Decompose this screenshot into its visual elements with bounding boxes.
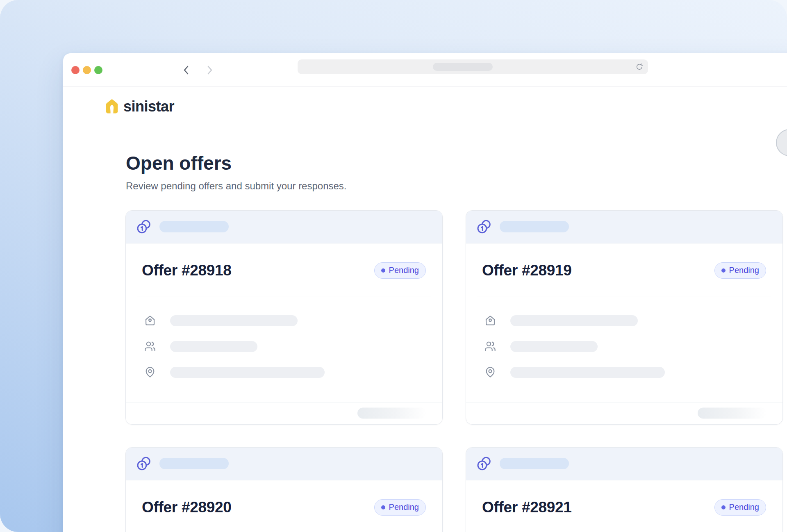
property-skeleton [170, 315, 298, 326]
house-icon [144, 315, 156, 326]
status-label: Pending [729, 266, 759, 275]
users-icon [144, 341, 156, 352]
offer-card-header [466, 211, 782, 243]
status-dot-icon [721, 505, 726, 509]
offer-card[interactable]: Offer #28918 Pending [125, 210, 443, 425]
minimize-window-button[interactable] [83, 66, 91, 74]
property-row [144, 308, 431, 334]
offer-card-body: Offer #28920 Pending [126, 498, 442, 532]
zoom-window-button[interactable] [94, 66, 102, 74]
chevron-right-icon [207, 65, 213, 75]
reload-icon [635, 63, 643, 71]
traffic-lights [71, 66, 102, 74]
offer-card-footer [466, 402, 782, 424]
brand-logo[interactable]: sinistar [106, 98, 174, 115]
back-button[interactable] [180, 64, 192, 76]
action-skeleton [698, 408, 767, 419]
reload-button[interactable] [634, 62, 644, 72]
brand-name: sinistar [123, 98, 174, 115]
coins-icon [477, 219, 491, 234]
guests-skeleton [510, 341, 598, 352]
offer-card-header [466, 448, 782, 480]
divider [477, 296, 771, 296]
address-placeholder-skeleton [433, 63, 493, 71]
browser-toolbar [63, 53, 787, 87]
divider [137, 296, 431, 296]
location-skeleton [170, 367, 325, 378]
status-badge: Pending [714, 262, 766, 279]
map-pin-icon [484, 366, 496, 378]
offer-card[interactable]: Offer #28921 Pending [466, 447, 783, 532]
offer-card-body: Offer #28919 Pending [466, 261, 782, 385]
offer-card[interactable]: Offer #28920 Pending [125, 447, 443, 532]
status-badge: Pending [374, 499, 426, 516]
coins-icon [477, 456, 491, 471]
action-skeleton [357, 408, 426, 419]
status-dot-icon [381, 268, 385, 273]
forward-button[interactable] [204, 64, 216, 76]
page-subtitle: Review pending offers and submit your re… [125, 180, 787, 192]
map-pin-icon [144, 366, 156, 378]
chevron-left-icon [183, 65, 189, 75]
amount-skeleton [159, 458, 229, 469]
property-row [484, 308, 771, 334]
property-skeleton [510, 315, 638, 326]
guests-skeleton [170, 341, 257, 352]
main-content: Open offers Review pending offers and su… [63, 152, 787, 532]
guests-row [484, 334, 771, 359]
guests-row [144, 334, 431, 359]
coins-icon [136, 219, 151, 234]
users-icon [484, 341, 496, 352]
offer-title: Offer #28919 [482, 262, 572, 279]
offer-title: Offer #28920 [142, 499, 232, 516]
status-label: Pending [729, 502, 759, 512]
address-bar[interactable] [298, 59, 648, 74]
coins-icon [136, 456, 151, 471]
status-badge: Pending [714, 499, 766, 516]
browser-window: sinistar Open offers Review pending offe… [63, 53, 787, 532]
status-badge: Pending [374, 262, 426, 279]
close-window-button[interactable] [71, 66, 80, 74]
amount-skeleton [159, 221, 229, 232]
status-label: Pending [389, 266, 419, 275]
offer-title: Offer #28921 [482, 499, 572, 516]
status-dot-icon [721, 268, 726, 273]
page-title: Open offers [125, 152, 787, 174]
amount-skeleton [500, 221, 569, 232]
offer-card-header [126, 211, 442, 243]
offer-card-footer [126, 402, 442, 424]
location-skeleton [510, 367, 665, 378]
offer-card[interactable]: Offer #28919 Pending [466, 210, 783, 425]
house-icon [484, 315, 496, 326]
offer-card-body: Offer #28921 Pending [466, 498, 782, 532]
location-row [484, 359, 771, 385]
amount-skeleton [500, 458, 569, 469]
app-header: sinistar [63, 87, 787, 126]
offer-title: Offer #28918 [142, 262, 232, 279]
status-dot-icon [381, 505, 385, 509]
offers-grid: Offer #28918 Pending [125, 210, 787, 532]
location-row [144, 359, 431, 385]
offer-card-header [126, 448, 442, 480]
status-label: Pending [389, 502, 419, 512]
house-logo-icon [106, 99, 118, 114]
offer-card-body: Offer #28918 Pending [126, 261, 442, 385]
